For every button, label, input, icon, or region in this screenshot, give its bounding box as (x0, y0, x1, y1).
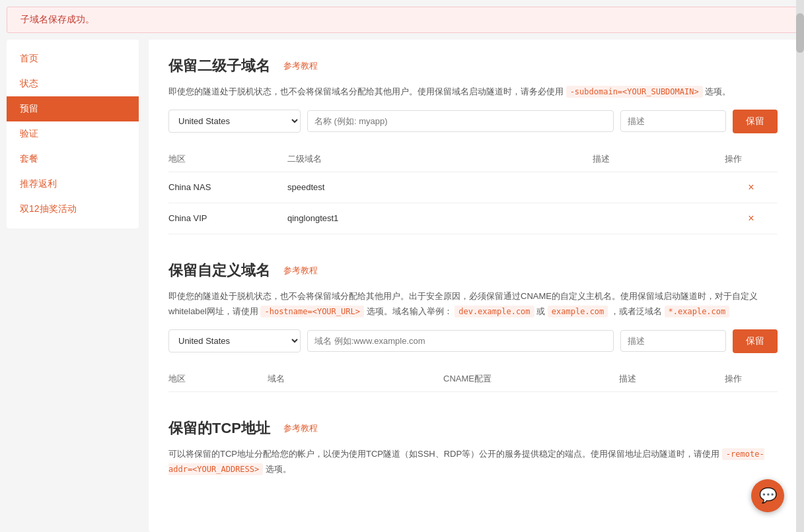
sidebar-item-label: 预留 (20, 103, 38, 114)
col2-op: 操作 (725, 373, 778, 385)
sidebar-item-label: 推荐返利 (20, 178, 57, 189)
section1-region-select[interactable]: United States China NAS China VIP (168, 110, 301, 133)
section2-code3: example.com (548, 306, 608, 317)
row2-region: China VIP (168, 213, 287, 223)
sidebar-item-referral[interactable]: 推荐返利 (7, 172, 139, 197)
section2-code4: *.exaple.com (665, 306, 730, 317)
main-content: 保留二级子域名 参考教程 即使您的隧道处于脱机状态，也不会将保留域名分配给其他用… (149, 40, 797, 532)
col2-region: 地区 (168, 373, 268, 385)
scrollbar-thumb[interactable] (796, 13, 804, 53)
section2-desc: 即使您的隧道处于脱机状态，也不会将保留域分配给其他用户。出于安全原因，必须保留通… (168, 288, 778, 319)
row2-subdomain: qinglongtest1 (287, 213, 593, 223)
section3-title: 保留的TCP地址 (168, 418, 270, 438)
sidebar-item-label: 首页 (20, 53, 38, 63)
sidebar-item-plan[interactable]: 套餐 (7, 147, 139, 172)
success-banner: 子域名保存成功。 (7, 7, 797, 33)
row1-delete-button[interactable]: × (725, 182, 778, 193)
table-row: China VIP qinglongtest1 × (168, 203, 778, 234)
section-custom-domain: 保留自定义域名 参考教程 即使您的隧道处于脱机状态，也不会将保留域分配给其他用户… (168, 261, 778, 392)
sidebar-item-reserve[interactable]: 预留 (7, 96, 139, 121)
section2-desc-input[interactable] (620, 330, 726, 352)
row1-region: China NAS (168, 182, 287, 192)
col-subdomain: 二级域名 (287, 153, 593, 165)
section2-code2: dev.example.com (455, 306, 534, 317)
section1-code1: -subdomain=<YOUR_SUBDOMAIN> (566, 86, 703, 98)
sidebar-item-status[interactable]: 状态 (7, 71, 139, 96)
col-desc: 描述 (593, 153, 725, 165)
sidebar-item-label: 套餐 (20, 153, 38, 164)
sidebar-item-label: 状态 (20, 78, 38, 88)
section1-table-header: 地区 二级域名 描述 操作 (168, 147, 778, 172)
col2-domain: 域名 (268, 373, 443, 385)
chat-button[interactable]: 💬 (751, 479, 784, 512)
table-row: China NAS speedtest × (168, 172, 778, 203)
section2-region-select[interactable]: United States China NAS China VIP (168, 329, 301, 352)
sidebar: 首页 状态 预留 验证 套餐 推荐返利 双12抽奖活动 (7, 40, 139, 228)
section1-title: 保留二级子域名 (168, 56, 270, 76)
section1-desc: 即使您的隧道处于脱机状态，也不会将保留域名分配给其他用户。使用保留域名启动隧道时… (168, 84, 778, 100)
section1-save-button[interactable]: 保留 (733, 110, 778, 133)
sidebar-item-home[interactable]: 首页 (7, 46, 139, 71)
section3-ref-link[interactable]: 参考教程 (283, 422, 318, 434)
section2-header: 保留自定义域名 参考教程 (168, 261, 778, 281)
section1-name-input[interactable] (307, 110, 614, 132)
sidebar-item-lottery[interactable]: 双12抽奖活动 (7, 197, 139, 222)
section1-form-row: United States China NAS China VIP 保留 (168, 110, 778, 133)
section2-save-button[interactable]: 保留 (733, 329, 778, 353)
section1-table: 地区 二级域名 描述 操作 China NAS speedtest × Chin… (168, 147, 778, 234)
chat-icon: 💬 (759, 487, 777, 504)
section3-desc: 可以将保留的TCP地址分配给您的帐户，以便为使用TCP隧道（如SSH、RDP等）… (168, 446, 778, 477)
section2-title: 保留自定义域名 (168, 261, 270, 281)
col2-desc: 描述 (619, 373, 725, 385)
row1-subdomain: speedtest (287, 182, 593, 192)
section2-ref-link[interactable]: 参考教程 (283, 265, 318, 277)
section2-domain-input[interactable] (307, 330, 614, 352)
col2-cname: CNAME配置 (443, 373, 619, 385)
sidebar-item-verify[interactable]: 验证 (7, 121, 139, 147)
section2-table: 地区 域名 CNAME配置 描述 操作 (168, 366, 778, 392)
banner-text: 子域名保存成功。 (20, 14, 94, 24)
col-op: 操作 (725, 153, 778, 165)
sidebar-item-label: 验证 (20, 128, 38, 139)
section1-desc-input[interactable] (620, 110, 726, 132)
section1-header: 保留二级子域名 参考教程 (168, 56, 778, 76)
section3-header: 保留的TCP地址 参考教程 (168, 418, 778, 438)
scrollbar[interactable] (796, 0, 804, 532)
section-tcp: 保留的TCP地址 参考教程 可以将保留的TCP地址分配给您的帐户，以便为使用TC… (168, 418, 778, 477)
sidebar-item-label: 双12抽奖活动 (20, 203, 77, 214)
section2-code1: -hostname=<YOUR_URL> (260, 306, 364, 317)
section-subdomain: 保留二级子域名 参考教程 即使您的隧道处于脱机状态，也不会将保留域名分配给其他用… (168, 56, 778, 234)
section2-form-row: United States China NAS China VIP 保留 (168, 329, 778, 353)
row2-delete-button[interactable]: × (725, 213, 778, 224)
section2-table-header: 地区 域名 CNAME配置 描述 操作 (168, 366, 778, 392)
col-region: 地区 (168, 153, 287, 165)
section1-ref-link[interactable]: 参考教程 (283, 60, 318, 72)
